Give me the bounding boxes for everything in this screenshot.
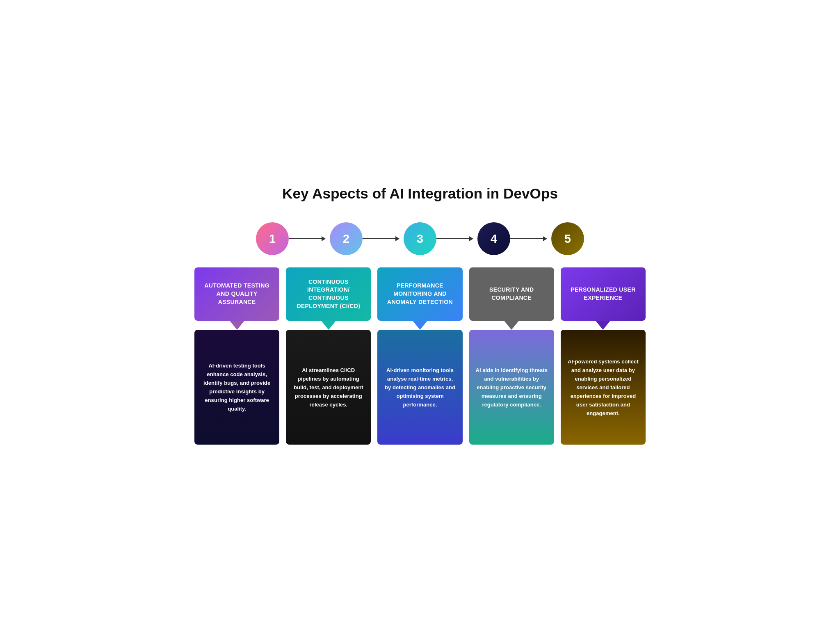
desc-text-3: AI-driven monitoring tools analyse real-… bbox=[383, 366, 457, 409]
label-card-4: SECURITY AND COMPLIANCE bbox=[469, 267, 554, 321]
label-card-1: AUTOMATED TESTING AND QUALITY ASSURANCE bbox=[194, 267, 279, 321]
circle-wrapper-4: 4 bbox=[477, 222, 510, 255]
circle-wrapper-3: 3 bbox=[404, 222, 436, 255]
main-container: Key Aspects of AI Integration in DevOps … bbox=[194, 185, 646, 445]
label-text-3: PERFORMANCE MONITORING AND ANOMALY DETEC… bbox=[383, 282, 457, 306]
circle-wrapper-5: 5 bbox=[551, 222, 584, 255]
card-column-3: PERFORMANCE MONITORING AND ANOMALY DETEC… bbox=[377, 267, 462, 445]
desc-card-5: AI-powered systems collect and analyze u… bbox=[561, 330, 646, 445]
triangle-5 bbox=[596, 321, 610, 330]
label-text-1: AUTOMATED TESTING AND QUALITY ASSURANCE bbox=[200, 282, 274, 306]
desc-text-1: AI-driven testing tools enhance code ana… bbox=[200, 361, 274, 413]
label-text-2: CONTINUOUS INTEGRATION/ CONTINUOUS DEPLO… bbox=[292, 278, 365, 310]
step-circle-3: 3 bbox=[404, 222, 436, 255]
desc-card-2: AI streamlines CI/CD pipelines by automa… bbox=[286, 330, 371, 445]
card-column-5: PERSONALIZED USER EXPERIENCEAI-powered s… bbox=[561, 267, 646, 445]
triangle-3 bbox=[413, 321, 427, 330]
step-circle-5: 5 bbox=[551, 222, 584, 255]
label-text-5: PERSONALIZED USER EXPERIENCE bbox=[566, 286, 640, 302]
card-column-2: CONTINUOUS INTEGRATION/ CONTINUOUS DEPLO… bbox=[286, 267, 371, 445]
label-card-2: CONTINUOUS INTEGRATION/ CONTINUOUS DEPLO… bbox=[286, 267, 371, 321]
step-circle-2: 2 bbox=[330, 222, 363, 255]
step-circle-4: 4 bbox=[477, 222, 510, 255]
page-title: Key Aspects of AI Integration in DevOps bbox=[194, 185, 646, 202]
triangle-1 bbox=[230, 321, 244, 330]
desc-card-1: AI-driven testing tools enhance code ana… bbox=[194, 330, 279, 445]
label-card-3: PERFORMANCE MONITORING AND ANOMALY DETEC… bbox=[377, 267, 462, 321]
arrow-2 bbox=[363, 236, 404, 241]
arrow-4 bbox=[510, 236, 551, 241]
arrow-1 bbox=[289, 236, 330, 241]
card-column-4: SECURITY AND COMPLIANCEAI aids in identi… bbox=[469, 267, 554, 445]
desc-card-4: AI aids in identifying threats and vulne… bbox=[469, 330, 554, 445]
desc-card-3: AI-driven monitoring tools analyse real-… bbox=[377, 330, 462, 445]
circles-row: 12345 bbox=[194, 222, 646, 255]
label-text-4: SECURITY AND COMPLIANCE bbox=[475, 286, 548, 302]
cards-section: AUTOMATED TESTING AND QUALITY ASSURANCEA… bbox=[194, 267, 646, 445]
triangle-2 bbox=[321, 321, 336, 330]
triangle-4 bbox=[504, 321, 519, 330]
step-circle-1: 1 bbox=[256, 222, 289, 255]
circle-wrapper-1: 1 bbox=[256, 222, 289, 255]
desc-text-2: AI streamlines CI/CD pipelines by automa… bbox=[292, 366, 365, 409]
desc-text-5: AI-powered systems collect and analyze u… bbox=[566, 357, 640, 418]
card-column-1: AUTOMATED TESTING AND QUALITY ASSURANCEA… bbox=[194, 267, 279, 445]
arrow-3 bbox=[436, 236, 477, 241]
desc-text-4: AI aids in identifying threats and vulne… bbox=[475, 366, 548, 409]
label-card-5: PERSONALIZED USER EXPERIENCE bbox=[561, 267, 646, 321]
circle-wrapper-2: 2 bbox=[330, 222, 363, 255]
